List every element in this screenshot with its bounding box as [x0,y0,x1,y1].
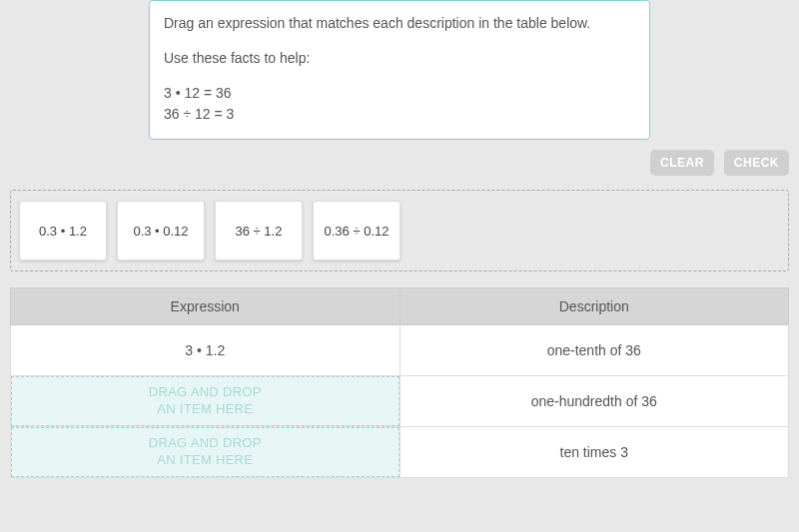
drop-zone-label-line2: AN ITEM HERE [157,401,253,418]
expression-cell-filled[interactable]: 3 • 1.2 [11,325,400,375]
drag-card-pool: 0.3 • 1.2 0.3 • 0.12 36 ÷ 1.2 0.36 ÷ 0.1… [10,190,789,271]
drag-card[interactable]: 36 ÷ 1.2 [215,201,303,261]
drag-card[interactable]: 0.3 • 1.2 [19,201,107,261]
description-cell: one-tenth of 36 [400,325,789,376]
table-row: DRAG AND DROP AN ITEM HERE ten times 3 [11,427,789,478]
table-row: 3 • 1.2 one-tenth of 36 [11,325,789,376]
description-cell: ten times 3 [400,427,789,478]
expression-drop-zone[interactable]: DRAG AND DROP AN ITEM HERE [11,376,400,426]
check-button[interactable]: CHECK [724,150,789,176]
fact-1: 3 • 12 = 36 [164,83,635,104]
clear-button[interactable]: CLEAR [650,150,714,176]
col-header-expression: Expression [11,288,400,325]
description-cell: one-hundredth of 36 [400,376,789,427]
drop-zone-label-line1: DRAG AND DROP [149,435,262,452]
col-header-description: Description [400,288,789,325]
drop-zone-label-line2: AN ITEM HERE [157,452,253,469]
drop-zone-label-line1: DRAG AND DROP [149,384,262,401]
fact-2: 36 ÷ 12 = 3 [164,104,635,125]
answer-table: Expression Description 3 • 1.2 one-tenth… [10,287,789,478]
instruction-helper: Use these facts to help: [164,48,635,69]
action-button-row: CLEAR CHECK [0,140,799,182]
table-row: DRAG AND DROP AN ITEM HERE one-hundredth… [11,376,789,427]
facts-block: 3 • 12 = 36 36 ÷ 12 = 3 [164,83,635,125]
instruction-main: Drag an expression that matches each des… [164,13,635,34]
drag-card[interactable]: 0.3 • 0.12 [117,201,205,261]
drag-card[interactable]: 0.36 ÷ 0.12 [313,201,400,261]
instructions-panel: Drag an expression that matches each des… [149,0,650,140]
expression-drop-zone[interactable]: DRAG AND DROP AN ITEM HERE [11,427,400,477]
